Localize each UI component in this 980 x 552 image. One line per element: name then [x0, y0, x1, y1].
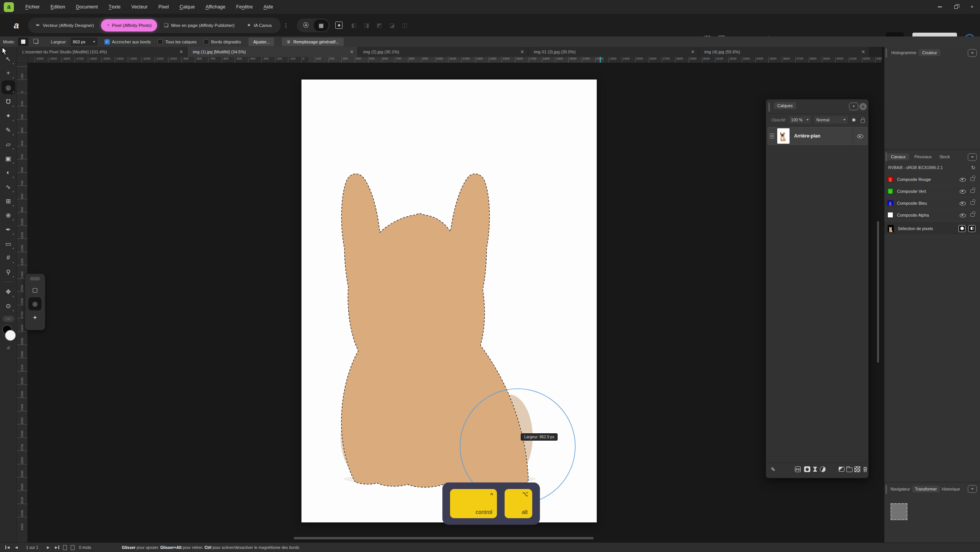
mode-copy-selection-button[interactable] — [31, 38, 42, 46]
transform-anchor-widget[interactable] — [891, 503, 907, 520]
palette-tool-button[interactable]: ◎ — [28, 297, 41, 310]
tab-close-icon[interactable]: ✕ — [691, 49, 695, 55]
primary-colour-swatch[interactable] — [5, 330, 16, 341]
adjust-button[interactable]: Ajuster... — [248, 38, 274, 46]
panel-menu-button[interactable] — [968, 485, 977, 493]
channel-row[interactable]: Composite Alpha — [884, 209, 980, 221]
persona-button[interactable]: ✒ Vecteur (Affinity Designer) — [30, 19, 99, 31]
export-area-icon[interactable] — [335, 22, 343, 29]
layers-opacity-dropdown[interactable]: 100 % — [789, 116, 811, 124]
menu-item[interactable]: Aide — [258, 0, 278, 14]
tool-button[interactable]: # — [2, 251, 15, 265]
menu-item[interactable]: Document — [71, 0, 103, 14]
channel-lock-icon[interactable] — [970, 177, 975, 181]
delete-layer-icon[interactable] — [861, 465, 869, 474]
tab-close-icon[interactable]: ✕ — [350, 49, 354, 55]
channel-lock-icon[interactable] — [970, 213, 975, 217]
channel-lock-icon[interactable] — [970, 201, 975, 205]
mask-layer-icon[interactable] — [803, 465, 811, 474]
palette-tool-button[interactable]: ▢ — [28, 283, 41, 297]
channel-visible-icon[interactable] — [960, 188, 966, 194]
tab-close-icon[interactable]: ✕ — [179, 49, 183, 55]
channel-lock-icon[interactable] — [970, 189, 975, 193]
vertical-scrollbar[interactable] — [877, 221, 879, 363]
last-page-icon[interactable]: ▶ — [55, 545, 59, 549]
channel-visible-icon[interactable] — [960, 200, 966, 206]
panel-grip[interactable] — [768, 103, 770, 112]
menu-item[interactable]: Fichier — [20, 0, 45, 14]
context-checkbox[interactable]: Accrocher aux bords — [104, 39, 151, 45]
tab-close-icon[interactable]: ✕ — [520, 49, 524, 55]
tab-transformer[interactable]: Transformer — [912, 486, 940, 492]
more-tools-button[interactable]: ⋯ — [3, 316, 14, 322]
new-pixel-layer-icon[interactable] — [853, 465, 861, 474]
document-tab[interactable]: img 01 (3).jpg (30.0%) ✕ — [528, 47, 699, 57]
tool-button[interactable]: ▱ — [2, 137, 15, 151]
menu-item[interactable]: Pixel — [153, 0, 174, 14]
swap-colours-icon[interactable]: ↺ — [0, 346, 17, 351]
channels-tab[interactable]: Stock — [937, 153, 952, 160]
tab-histogramme[interactable]: Histogramme — [889, 49, 919, 56]
menu-item[interactable]: Affichage — [200, 0, 231, 14]
tool-button[interactable]: ◐ — [2, 166, 15, 179]
document-tab[interactable]: img (4).jpg (55.6%) ✕ — [699, 47, 869, 57]
context-checkbox[interactable]: Tous les calques — [157, 39, 196, 45]
layer-name[interactable]: Arrière-plan — [794, 133, 853, 139]
panel-menu-button[interactable] — [968, 153, 977, 161]
blend-mode-dropdown[interactable]: Normal — [814, 116, 848, 124]
pixel-selection-row[interactable]: Sélection de pixels — [884, 222, 980, 235]
tool-button[interactable]: ∿ — [2, 180, 15, 194]
assets-view-button[interactable]: Ⓐ — [298, 20, 313, 31]
tab-navigateur[interactable]: Navigateur — [888, 486, 912, 492]
prev-page-icon[interactable]: ◀ — [15, 545, 18, 549]
tool-button[interactable]: ▣ — [2, 151, 15, 165]
tool-button[interactable]: ℧ — [2, 94, 15, 108]
palette-drag-handle[interactable] — [30, 277, 40, 280]
tool-button[interactable]: ▭ — [2, 237, 15, 250]
palette-tool-button[interactable]: ✦ — [28, 311, 41, 324]
generative-fill-button[interactable]: ♕ Remplissage génératif... — [282, 38, 343, 46]
tab-couleur[interactable]: Couleur — [919, 49, 940, 56]
tool-button[interactable]: ⊕ — [2, 208, 15, 222]
tool-button[interactable]: ◎ — [2, 80, 15, 94]
channel-visible-icon[interactable] — [960, 176, 966, 182]
tool-button[interactable]: ⊙ — [2, 299, 15, 313]
menu-item[interactable]: Texte — [103, 0, 126, 14]
layer-effects-icon[interactable]: FX — [795, 466, 801, 472]
persona-overflow-icon[interactable]: ⋮ — [281, 22, 291, 28]
document-tab[interactable]: img (2).jpg (30.1%) ✕ — [358, 47, 528, 57]
menu-item[interactable]: Fenêtre — [231, 0, 258, 14]
adjustment-layer-icon[interactable] — [811, 465, 819, 474]
checkbox-icon[interactable] — [157, 39, 163, 45]
selection-halftone-icon[interactable] — [968, 225, 975, 232]
layer-settings-gear-icon[interactable]: ✱ — [852, 117, 856, 123]
layer-visible-icon[interactable] — [857, 133, 863, 139]
edit-layer-icon[interactable]: ✎ — [769, 465, 777, 474]
next-page-icon[interactable]: ▶ — [47, 545, 50, 549]
menu-item[interactable]: Calque — [174, 0, 200, 14]
layer-thumbnail[interactable] — [777, 128, 790, 144]
channels-tab[interactable]: Pinceaux — [912, 153, 934, 160]
checkbox-icon[interactable] — [204, 39, 209, 45]
channel-row[interactable]: Composite Vert — [884, 186, 980, 197]
channel-visible-icon[interactable] — [960, 212, 966, 218]
tool-button[interactable]: + — [2, 66, 15, 80]
horizontal-scrollbar[interactable] — [294, 537, 594, 539]
close-button[interactable]: × — [964, 0, 980, 14]
selection-mask-icon[interactable] — [958, 225, 965, 232]
tool-button[interactable]: ✎ — [2, 123, 15, 137]
layer-state-icon[interactable] — [770, 133, 774, 139]
canvas[interactable]: Largeur: 862.9 px — [28, 63, 882, 542]
layer-row[interactable]: Arrière-plan — [768, 127, 867, 145]
layers-close-button[interactable]: × — [859, 103, 867, 110]
document-tab[interactable]: L'essentiel du Pixel Studio [Modifié] (1… — [17, 47, 187, 57]
channel-row[interactable]: Composite Rouge — [884, 174, 980, 185]
persona-button[interactable]: ✦ IA Canva — [242, 19, 277, 31]
live-filter-icon[interactable] — [819, 465, 827, 474]
first-page-icon[interactable]: ◀ — [5, 545, 10, 549]
colour-swatches[interactable] — [0, 325, 17, 345]
tab-close-icon[interactable]: ✕ — [861, 49, 865, 55]
brush-width-input[interactable]: 863 px — [71, 38, 98, 46]
panel-menu-button[interactable] — [968, 49, 977, 57]
persona-button[interactable]: ◔ Pixel (Affinity Photo) — [101, 19, 157, 31]
